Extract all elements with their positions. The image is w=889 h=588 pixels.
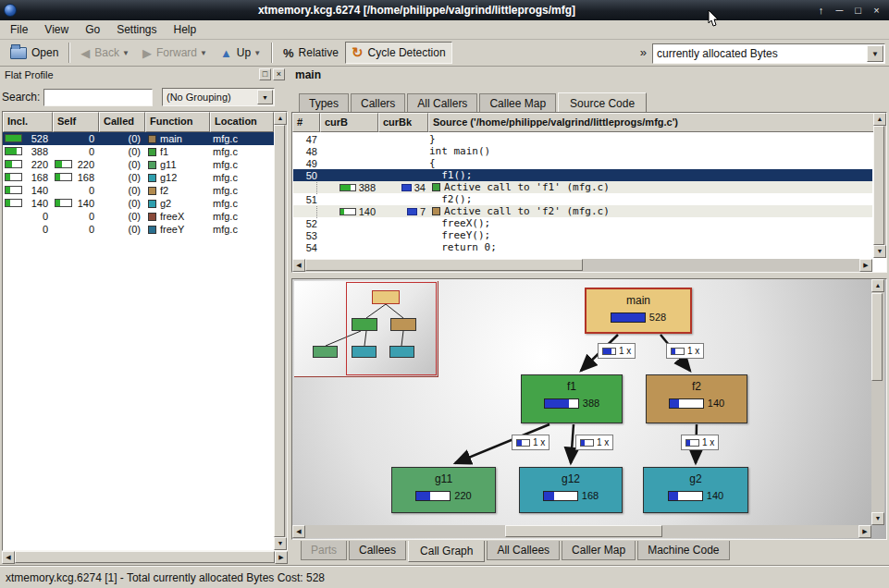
scrollbar-thumb[interactable]	[505, 525, 662, 537]
search-input[interactable]	[43, 89, 153, 106]
source-line-selected[interactable]: 50 f1();	[293, 169, 872, 181]
table-row-freeY[interactable]: 0 0 (0) freeY mfg.c	[3, 223, 274, 236]
tab-all-callers[interactable]: All Callers	[407, 93, 477, 112]
tab-callers[interactable]: Callers	[351, 93, 405, 112]
graph-node-g11[interactable]: g11 220	[391, 467, 496, 513]
tab-callee-map[interactable]: Callee Map	[479, 93, 556, 112]
column-header-source[interactable]: Source ('/home/philippe/valgrind/littlep…	[428, 113, 886, 132]
grouping-combobox[interactable]: (No Grouping) ▼	[162, 88, 275, 106]
tab-callees[interactable]: Callees	[349, 541, 406, 560]
minimap-viewport[interactable]	[346, 282, 437, 375]
graph-node-main[interactable]: main 528	[585, 288, 692, 334]
menu-help[interactable]: Help	[166, 21, 205, 38]
scrollbar-horizontal[interactable]: ◀ ▶	[2, 551, 288, 564]
dock-float-button[interactable]: □	[259, 68, 271, 80]
column-header-line[interactable]: #	[292, 113, 320, 132]
scroll-right-button[interactable]: ▶	[275, 551, 288, 564]
combobox-dropdown-icon[interactable]: ▼	[867, 45, 883, 62]
grouping-dropdown-icon[interactable]: ▼	[257, 90, 273, 104]
scroll-down-button[interactable]: ▼	[274, 537, 287, 550]
column-header-curb[interactable]: curB	[320, 113, 378, 132]
graph-node-f2[interactable]: f2 140	[646, 374, 747, 423]
minimize-button[interactable]: ─	[831, 3, 848, 18]
column-header-location[interactable]: Location	[210, 112, 274, 132]
close-button[interactable]: ×	[868, 3, 885, 18]
scrollbar-vertical[interactable]: ▲ ▼	[274, 112, 287, 550]
source-call-line[interactable]: 140 7 Active call to 'f2' (mfg.c)	[293, 205, 872, 217]
event-type-combobox[interactable]: currently allocated Bytes ▼	[652, 43, 885, 64]
menu-view[interactable]: View	[36, 21, 77, 38]
call-graph-panel[interactable]: main 528 f1 388 f2 140 g11 220 g12 168 g…	[291, 278, 887, 540]
graph-node-g12[interactable]: g12 168	[519, 467, 623, 513]
minimap-node-g11	[313, 346, 338, 358]
scrollbar-thumb[interactable]	[873, 126, 884, 245]
shade-button[interactable]: ↑	[812, 3, 830, 18]
column-header-self[interactable]: Self	[53, 112, 99, 132]
scroll-left-button[interactable]: ◀	[292, 525, 305, 538]
graph-node-f1[interactable]: f1 388	[521, 374, 623, 423]
tab-all-callees[interactable]: All Callees	[487, 541, 560, 560]
scrollbar-thumb[interactable]	[274, 125, 285, 537]
scroll-up-button[interactable]: ▲	[871, 279, 884, 292]
forward-dropdown-icon[interactable]: ▼	[200, 49, 207, 57]
tab-caller-map[interactable]: Caller Map	[562, 541, 636, 560]
source-line[interactable]: 48 int main()	[293, 145, 872, 157]
source-line[interactable]: 47 }	[293, 133, 872, 145]
tab-source-code[interactable]: Source Code	[558, 92, 647, 113]
cycle-detection-toggle-button[interactable]: ↻ Cycle Detection	[345, 42, 452, 64]
source-call-line[interactable]: 388 34 Active call to 'f1' (mfg.c)	[293, 181, 872, 193]
scroll-up-button[interactable]: ▲	[873, 113, 886, 126]
table-row-f1[interactable]: 388 0 (0) f1 mfg.c	[3, 145, 274, 158]
scrollbar-horizontal[interactable]: ◀ ▶	[292, 259, 872, 272]
tab-machine-code[interactable]: Machine Code	[637, 541, 729, 560]
dock-header[interactable]: Flat Profile □ ×	[2, 67, 288, 82]
table-row-main[interactable]: 528 0 (0) main mfg.c	[3, 132, 274, 145]
up-dropdown-icon[interactable]: ▼	[253, 49, 261, 57]
tab-call-graph[interactable]: Call Graph	[408, 541, 485, 562]
source-line[interactable]: 53 freeY();	[293, 229, 872, 241]
scrollbar-thumb[interactable]	[305, 259, 583, 271]
table-row-g12[interactable]: 168 168 (0) g12 mfg.c	[3, 171, 274, 184]
graph-overview-minimap[interactable]	[294, 281, 438, 377]
graph-node-g2[interactable]: g2 140	[643, 467, 748, 513]
scroll-down-button[interactable]: ▼	[871, 512, 884, 525]
tab-types[interactable]: Types	[299, 93, 349, 112]
scrollbar-vertical[interactable]: ▲ ▼	[873, 113, 886, 258]
scroll-left-button[interactable]: ◀	[2, 551, 15, 564]
scroll-down-button[interactable]: ▼	[873, 245, 886, 258]
table-row-g11[interactable]: 220 220 (0) g11 mfg.c	[3, 158, 274, 171]
table-row-g2[interactable]: 140 140 (0) g2 mfg.c	[3, 197, 274, 210]
menu-settings[interactable]: Settings	[108, 21, 165, 38]
up-button[interactable]: ▲ Up ▼	[214, 42, 267, 64]
column-header-curbk[interactable]: curBk	[378, 113, 428, 132]
relative-toggle-button[interactable]: % Relative	[277, 42, 345, 64]
scroll-up-button[interactable]: ▲	[274, 112, 287, 125]
titlebar[interactable]: xtmemory.kcg.6274 [/home/philippe/valgri…	[0, 0, 889, 20]
forward-button[interactable]: ▶ Forward ▼	[136, 42, 214, 64]
menu-file[interactable]: File	[2, 21, 36, 38]
scrollbar-thumb[interactable]	[15, 551, 275, 563]
toolbar-overflow-chevron[interactable]: »	[640, 45, 647, 59]
scroll-right-button[interactable]: ▶	[858, 525, 871, 538]
dock-close-button[interactable]: ×	[273, 68, 285, 80]
maximize-button[interactable]: □	[849, 3, 867, 18]
scrollbar-thumb[interactable]	[871, 293, 883, 381]
scroll-left-button[interactable]: ◀	[292, 259, 305, 272]
open-button[interactable]: Open	[4, 42, 65, 64]
source-line[interactable]: 49 {	[293, 157, 872, 169]
table-row-f2[interactable]: 140 0 (0) f2 mfg.c	[3, 184, 274, 197]
column-header-function[interactable]: Function	[145, 112, 210, 132]
source-line[interactable]: 51 f2();	[293, 193, 872, 205]
source-line[interactable]: 54 return 0;	[293, 241, 872, 253]
source-line[interactable]: 52 freeX();	[293, 217, 872, 229]
tab-parts[interactable]: Parts	[301, 541, 347, 560]
scrollbar-vertical[interactable]: ▲ ▼	[871, 279, 884, 525]
menu-go[interactable]: Go	[77, 21, 108, 38]
column-header-incl[interactable]: Incl.	[3, 112, 53, 132]
scroll-right-button[interactable]: ▶	[859, 259, 872, 272]
table-row-freeX[interactable]: 0 0 (0) freeX mfg.c	[3, 210, 274, 223]
back-dropdown-icon[interactable]: ▼	[122, 49, 130, 57]
scrollbar-horizontal[interactable]: ◀ ▶	[292, 525, 871, 538]
back-button[interactable]: ◀ Back ▼	[74, 42, 136, 64]
column-header-called[interactable]: Called	[99, 112, 145, 132]
